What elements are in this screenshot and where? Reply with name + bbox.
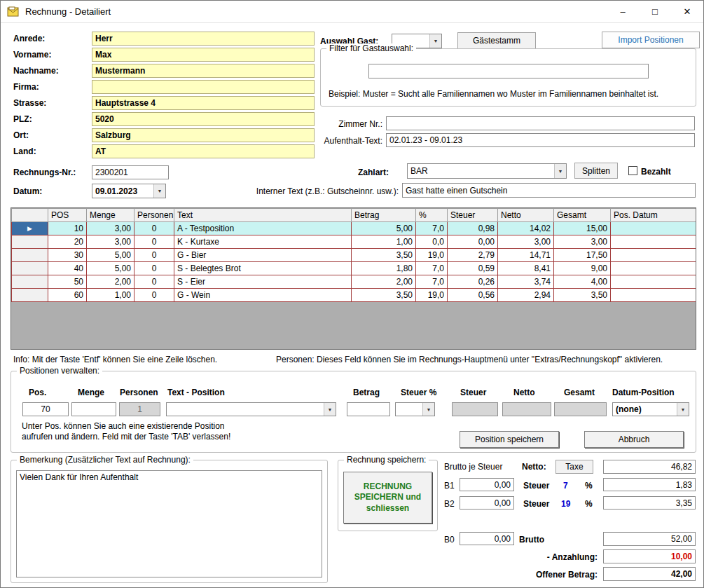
aufenthalt-text-field[interactable]: [386, 133, 695, 147]
grid-cell[interactable]: [611, 235, 696, 249]
manage-betrag-input[interactable]: [347, 402, 390, 416]
grid-cell[interactable]: 2,00: [352, 275, 416, 289]
grid-cell[interactable]: [611, 275, 696, 289]
col-header-betrag[interactable]: Betrag: [352, 209, 416, 222]
table-row[interactable]: 50 2,00 0 S - Eier 2,00 7,0 0,26 3,74 4,…: [12, 275, 696, 289]
grid-cell[interactable]: 40: [48, 262, 87, 275]
table-row[interactable]: 30 5,00 0 G - Bier 3,50 19,0 2,79 14,71 …: [12, 249, 696, 262]
grid-cell[interactable]: 1,00: [87, 289, 134, 302]
grid-cell[interactable]: 4,00: [554, 275, 611, 289]
grid-cell[interactable]: 1,00: [352, 235, 416, 249]
grid-cell[interactable]: 3,00: [554, 235, 611, 249]
interner-text-field[interactable]: [402, 183, 696, 198]
manage-menge-input[interactable]: [71, 402, 116, 416]
grid-cell[interactable]: 0: [134, 249, 174, 262]
grid-cell[interactable]: [611, 222, 696, 235]
grid-cell[interactable]: 0: [134, 289, 174, 302]
datum-combobox[interactable]: 09.01.2023 ▼: [92, 184, 166, 198]
manage-steuer-prozent-combobox[interactable]: ▼: [395, 402, 435, 416]
zahlart-combobox[interactable]: BAR ▼: [407, 163, 567, 179]
grid-cell[interactable]: 30: [48, 249, 87, 262]
col-header-prozent[interactable]: %: [416, 209, 448, 222]
row-selector[interactable]: [12, 289, 48, 302]
grid-cell[interactable]: 2,00: [87, 275, 134, 289]
grid-cell[interactable]: 2,94: [498, 289, 554, 302]
grid-cell[interactable]: 19,0: [416, 289, 448, 302]
bezahlt-checkbox[interactable]: [628, 166, 637, 175]
grid-cell[interactable]: 7,0: [416, 262, 448, 275]
grid-cell[interactable]: 15,00: [554, 222, 611, 235]
manage-datum-position-combobox[interactable]: (none) ▼: [612, 402, 689, 416]
col-header-netto[interactable]: Netto: [498, 209, 554, 222]
grid-cell[interactable]: 1,80: [352, 262, 416, 275]
close-icon[interactable]: ✕: [671, 1, 703, 22]
grid-cell[interactable]: G - Bier: [174, 249, 352, 262]
col-header-personen[interactable]: Personen: [134, 209, 174, 222]
grid-cell[interactable]: 0: [134, 262, 174, 275]
firma-field[interactable]: [92, 80, 315, 94]
col-header-text[interactable]: Text: [174, 209, 352, 222]
col-header-menge[interactable]: Menge: [87, 209, 134, 222]
import-positionen-button[interactable]: Import Positionen: [602, 32, 700, 48]
bemerkung-textarea[interactable]: Vielen Dank für Ihren Aufenthalt: [16, 470, 322, 577]
zimmer-nr-field[interactable]: [386, 116, 695, 130]
grid-cell[interactable]: 10: [48, 222, 87, 235]
row-selector[interactable]: [12, 275, 48, 289]
grid-cell[interactable]: [611, 289, 696, 302]
grid-cell[interactable]: 14,71: [498, 249, 554, 262]
grid-cell[interactable]: 0: [134, 235, 174, 249]
grid-cell[interactable]: 7,0: [416, 222, 448, 235]
grid-cell[interactable]: 2,79: [448, 249, 498, 262]
grid-cell[interactable]: 3,00: [87, 222, 134, 235]
col-header-steuer[interactable]: Steuer: [448, 209, 498, 222]
manage-text-position-combobox[interactable]: ▼: [166, 402, 336, 416]
grid-cell[interactable]: 8,41: [498, 262, 554, 275]
grid-cell[interactable]: 0,00: [448, 235, 498, 249]
plz-field[interactable]: [92, 112, 315, 126]
table-row[interactable]: 20 3,00 0 K - Kurtaxe 1,00 0,0 0,00 3,00…: [12, 235, 696, 249]
table-row[interactable]: 40 5,00 0 S - Belegtes Brot 1,80 7,0 0,5…: [12, 262, 696, 275]
col-header-pos-datum[interactable]: Pos. Datum: [611, 209, 696, 222]
grid-cell[interactable]: [611, 262, 696, 275]
grid-cell[interactable]: 0,26: [448, 275, 498, 289]
grid-cell[interactable]: 60: [48, 289, 87, 302]
splitten-button[interactable]: Splitten: [574, 163, 618, 179]
grid-cell[interactable]: 5,00: [87, 249, 134, 262]
grid-cell[interactable]: 3,50: [554, 289, 611, 302]
grid-cell[interactable]: 3,00: [87, 235, 134, 249]
row-selector-arrow-icon[interactable]: ▶: [12, 222, 48, 235]
grid-cell[interactable]: 3,50: [352, 289, 416, 302]
grid-cell[interactable]: 0,56: [448, 289, 498, 302]
manage-pos-input[interactable]: [22, 402, 69, 416]
grid-cell[interactable]: 14,02: [498, 222, 554, 235]
grid-cell[interactable]: G - Wein: [174, 289, 352, 302]
grid-cell[interactable]: 17,50: [554, 249, 611, 262]
grid-cell[interactable]: K - Kurtaxe: [174, 235, 352, 249]
gaestestamm-button[interactable]: Gästestamm: [457, 32, 536, 49]
grid-cell[interactable]: A - Testposition: [174, 222, 352, 235]
rechnung-speichern-button[interactable]: RECHNUNG SPEICHERN und schliessen: [343, 472, 432, 524]
abbruch-button[interactable]: Abbruch: [584, 431, 684, 448]
positions-grid[interactable]: POS Menge Personen Text Betrag % Steuer …: [11, 207, 696, 350]
row-selector[interactable]: [12, 235, 48, 249]
grid-cell[interactable]: 3,74: [498, 275, 554, 289]
grid-cell[interactable]: 7,0: [416, 275, 448, 289]
grid-cell[interactable]: S - Belegtes Brot: [174, 262, 352, 275]
ort-field[interactable]: [92, 128, 315, 142]
minimize-icon[interactable]: –: [607, 1, 639, 22]
row-selector[interactable]: [12, 249, 48, 262]
grid-cell[interactable]: 19,0: [416, 249, 448, 262]
strasse-field[interactable]: [92, 96, 315, 110]
col-header-pos[interactable]: POS: [48, 209, 87, 222]
nachname-field[interactable]: [92, 64, 315, 78]
table-row[interactable]: ▶ 10 3,00 0 A - Testposition 5,00 7,0 0,…: [12, 222, 696, 235]
grid-cell[interactable]: 3,50: [352, 249, 416, 262]
vorname-field[interactable]: [92, 48, 315, 62]
grid-cell[interactable]: [611, 249, 696, 262]
grid-cell[interactable]: 50: [48, 275, 87, 289]
maximize-icon[interactable]: □: [639, 1, 671, 22]
land-field[interactable]: [92, 144, 315, 158]
table-row[interactable]: 60 1,00 0 G - Wein 3,50 19,0 0,56 2,94 3…: [12, 289, 696, 302]
grid-cell[interactable]: 20: [48, 235, 87, 249]
col-header-gesamt[interactable]: Gesamt: [554, 209, 611, 222]
